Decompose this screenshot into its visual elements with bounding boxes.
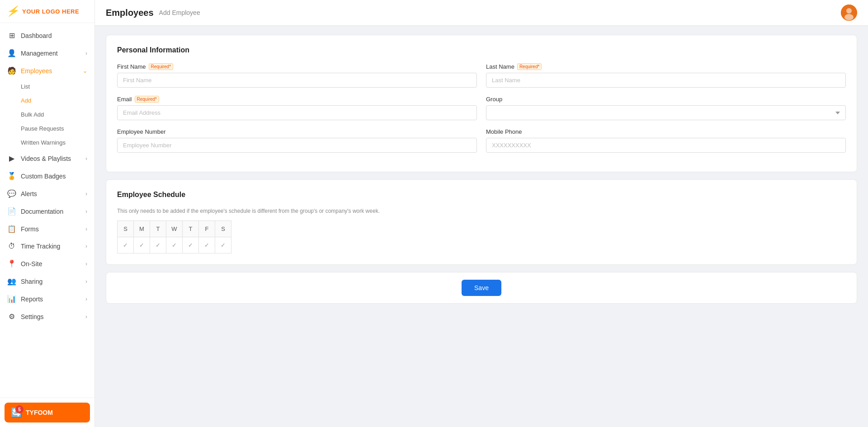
topbar: Employees Add Employee [95, 0, 868, 26]
schedule-cell-tue[interactable]: ✓ [150, 237, 166, 253]
chevron-right-icon: › [85, 50, 87, 56]
sidebar-item-label: Sharing [21, 278, 42, 285]
sidebar-item-employees[interactable]: 🧑 Employees ⌄ [0, 62, 94, 80]
personal-info-card: Personal Information First Name Required… [106, 35, 857, 172]
chevron-right-icon: › [85, 155, 87, 162]
chevron-right-icon: › [85, 314, 87, 320]
schedule-header-mon: M [134, 221, 150, 237]
email-group: Email Required* [117, 96, 477, 120]
schedule-cell-thu[interactable]: ✓ [183, 237, 199, 253]
first-name-input[interactable] [117, 73, 477, 88]
tyfoom-button[interactable]: 🔄 5 TYFOOM [5, 403, 90, 422]
sidebar-item-on-site[interactable]: 📍 On-Site › [0, 255, 94, 272]
first-name-label: First Name Required* [117, 63, 477, 70]
schedule-cell-mon[interactable]: ✓ [134, 237, 150, 253]
page-title: Employees [106, 8, 154, 18]
chevron-right-icon: › [85, 191, 87, 197]
sidebar-item-management[interactable]: 👤 Management › [0, 44, 94, 62]
dashboard-icon: ⊞ [7, 31, 16, 40]
personal-info-title: Personal Information [117, 46, 846, 54]
tyfoom-badge: 5 [15, 405, 24, 413]
sidebar-item-label: Videos & Playlists [21, 155, 71, 162]
sidebar-item-label: Forms [21, 225, 39, 233]
custom-badges-icon: 🏅 [7, 172, 16, 180]
employees-icon: 🧑 [7, 66, 16, 75]
schedule-header-tue: T [150, 221, 166, 237]
employee-schedule-card: Employee Schedule This only needs to be … [106, 179, 857, 265]
sidebar-item-label: Employees [21, 67, 52, 75]
last-name-group: Last Name Required* [486, 63, 846, 88]
save-card: Save [106, 272, 857, 304]
mobile-phone-input[interactable] [486, 138, 846, 153]
sidebar-item-label: Custom Badges [21, 173, 66, 180]
schedule-cell-wed[interactable]: ✓ [166, 237, 183, 253]
sidebar-item-alerts[interactable]: 💬 Alerts › [0, 185, 94, 202]
sidebar-bottom: 🔄 5 TYFOOM [0, 398, 94, 427]
logo-icon: ⚡ [6, 5, 19, 17]
chevron-right-icon: › [85, 261, 87, 267]
employee-number-input[interactable] [117, 138, 477, 153]
content-area: Personal Information First Name Required… [95, 26, 868, 427]
subnav-pause-requests[interactable]: Pause Requests [0, 122, 94, 136]
settings-icon: ⚙ [7, 312, 16, 321]
sharing-icon: 👥 [7, 277, 16, 286]
email-label: Email Required* [117, 96, 477, 103]
management-icon: 👤 [7, 49, 16, 57]
sidebar-item-dashboard[interactable]: ⊞ Dashboard [0, 27, 94, 44]
group-select[interactable] [486, 105, 846, 120]
forms-icon: 📋 [7, 225, 16, 233]
sidebar-item-settings[interactable]: ⚙ Settings › [0, 308, 94, 325]
time-tracking-icon: ⏱ [7, 242, 16, 250]
first-name-required: Required* [149, 63, 173, 70]
sidebar-item-documentation[interactable]: 📄 Documentation › [0, 202, 94, 220]
sidebar-item-reports[interactable]: 📊 Reports › [0, 290, 94, 308]
reports-icon: 📊 [7, 295, 16, 303]
main-content: Employees Add Employee Personal Informat… [95, 0, 868, 427]
avatar-image [841, 5, 857, 21]
sidebar-item-forms[interactable]: 📋 Forms › [0, 220, 94, 238]
sidebar-item-label: On-Site [21, 260, 42, 267]
sidebar-item-label: Documentation [21, 208, 63, 215]
schedule-title: Employee Schedule [117, 191, 846, 199]
sidebar-item-sharing[interactable]: 👥 Sharing › [0, 272, 94, 290]
group-label: Group [486, 96, 846, 103]
schedule-header-wed: W [166, 221, 183, 237]
sidebar-item-label: Alerts [21, 190, 37, 197]
avatar[interactable] [841, 5, 857, 21]
form-row-names: First Name Required* Last Name Required* [117, 63, 846, 88]
schedule-cell-sun[interactable]: ✓ [118, 237, 134, 253]
sidebar-item-videos[interactable]: ▶ Videos & Playlists › [0, 150, 94, 167]
group-group: Group [486, 96, 846, 120]
last-name-label: Last Name Required* [486, 63, 846, 70]
email-input[interactable] [117, 105, 477, 120]
sidebar-item-label: Dashboard [21, 32, 52, 39]
last-name-input[interactable] [486, 73, 846, 88]
videos-icon: ▶ [7, 154, 16, 163]
sidebar-item-time-tracking[interactable]: ⏱ Time Tracking › [0, 238, 94, 255]
sidebar-item-custom-badges[interactable]: 🏅 Custom Badges [0, 167, 94, 185]
sidebar-item-label: Reports [21, 296, 43, 303]
mobile-phone-group: Mobile Phone [486, 128, 846, 153]
documentation-icon: 📄 [7, 207, 16, 216]
employee-number-label: Employee Number [117, 128, 477, 135]
sidebar-item-label: Management [21, 50, 58, 57]
schedule-cell-fri[interactable]: ✓ [199, 237, 215, 253]
form-row-email-group: Email Required* Group [117, 96, 846, 120]
email-required: Required* [135, 96, 159, 103]
alerts-icon: 💬 [7, 189, 16, 198]
schedule-cell-sat[interactable]: ✓ [215, 237, 231, 253]
subnav-bulk-add[interactable]: Bulk Add [0, 108, 94, 122]
chevron-right-icon: › [85, 226, 87, 232]
subnav-written-warnings[interactable]: Written Warnings [0, 136, 94, 150]
sidebar-item-label: Settings [21, 313, 44, 320]
chevron-right-icon: › [85, 296, 87, 302]
chevron-right-icon: › [85, 243, 87, 249]
save-button[interactable]: Save [462, 280, 501, 296]
subnav-list[interactable]: List [0, 80, 94, 94]
form-row-number-phone: Employee Number Mobile Phone [117, 128, 846, 153]
svg-point-1 [846, 8, 852, 14]
schedule-table: S M T W T F S ✓ ✓ ✓ ✓ ✓ [117, 221, 231, 253]
schedule-note: This only needs to be added if the emplo… [117, 208, 846, 214]
subnav-add[interactable]: Add [0, 94, 94, 108]
logo: ⚡ YOUR LOGO HERE [0, 0, 94, 23]
